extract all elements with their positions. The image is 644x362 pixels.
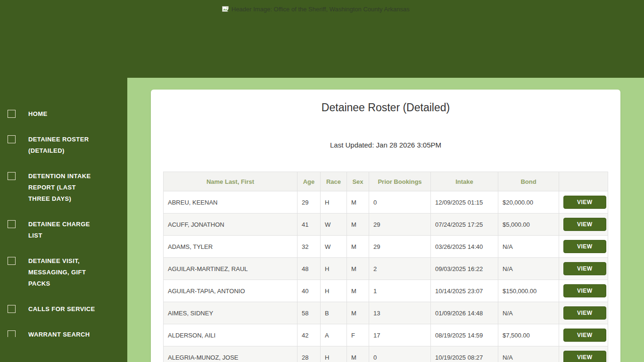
cell-sex: M <box>347 214 369 236</box>
table-row: AGUILAR-MARTINEZ, RAUL 48 H M 2 09/03/20… <box>164 258 608 280</box>
cell-view: VIEW <box>559 280 608 302</box>
table-row: ALEGRIA-MUNOZ, JOSE 28 H M 0 10/19/2025 … <box>164 346 608 362</box>
sidebar-menu-item[interactable]: DETENTION INTAKE REPORT (LAST THREE DAYS… <box>8 171 127 205</box>
sidebar-menu-item[interactable]: WARRANT SEARCH <box>8 329 127 337</box>
cell-age: 42 <box>297 324 321 346</box>
table-row: ADAMS, TYLER 32 W M 29 03/26/2025 14:40 … <box>164 236 608 258</box>
detainee-roster-table: Name Last, FirstAgeRaceSexPrior Bookings… <box>163 172 608 362</box>
view-button[interactable]: VIEW <box>563 329 606 342</box>
sidebar-menu-item[interactable]: DETAINEE VISIT, MESSAGING, GIFT PACKS <box>8 255 127 289</box>
cell-intake: 08/19/2025 14:59 <box>431 324 498 346</box>
cell-intake: 03/26/2025 14:40 <box>431 236 498 258</box>
sidebar-item-label: HOME <box>28 108 48 120</box>
view-button[interactable]: VIEW <box>563 351 606 362</box>
view-button[interactable]: VIEW <box>563 306 606 320</box>
table-row: ALDERSON, AILI 42 A F 17 08/19/2025 14:5… <box>164 324 608 346</box>
sidebar-menu-item[interactable]: DETAINEE ROSTER (DETAILED) <box>8 134 127 156</box>
view-button[interactable]: VIEW <box>563 262 606 275</box>
view-button[interactable]: VIEW <box>563 284 606 297</box>
cell-sex: F <box>347 324 369 346</box>
cell-name: AGUILAR-TAPIA, ANTONIO <box>164 280 297 302</box>
cell-intake: 01/09/2026 14:48 <box>431 302 498 324</box>
cell-sex: M <box>347 191 369 214</box>
view-button[interactable]: VIEW <box>563 240 606 253</box>
cell-name: ADAMS, TYLER <box>164 236 297 258</box>
cell-prior-bookings: 0 <box>369 191 431 214</box>
cell-view: VIEW <box>559 258 608 280</box>
header-row: Name Last, FirstAgeRaceSexPrior Bookings… <box>164 172 608 191</box>
cell-age: 48 <box>297 258 321 280</box>
cell-sex: M <box>347 236 369 258</box>
cell-age: 29 <box>297 191 321 214</box>
cell-bond: $20,000.00 <box>498 191 559 214</box>
cell-sex: M <box>347 346 369 362</box>
sidebar-menu-item[interactable]: HOME <box>8 108 127 120</box>
cell-intake: 12/09/2025 01:15 <box>431 191 498 214</box>
cell-intake: 10/19/2025 08:27 <box>431 346 498 362</box>
last-updated-text: Last Updated: Jan 28 2026 3:05PM <box>151 141 620 149</box>
column-header: Bond <box>498 172 559 191</box>
view-button[interactable]: VIEW <box>563 196 606 209</box>
cell-bond: $5,000.00 <box>498 214 559 236</box>
cell-view: VIEW <box>559 236 608 258</box>
cell-name: ACUFF, JONATHON <box>164 214 297 236</box>
menu-item-broken-image-icon <box>8 305 16 313</box>
roster-table-header: Name Last, FirstAgeRaceSexPrior Bookings… <box>164 172 608 191</box>
cell-age: 28 <box>297 346 321 362</box>
table-row: AIMES, SIDNEY 58 B M 13 01/09/2026 14:48… <box>164 302 608 324</box>
header-image-alt-text: Header Image: Office of the Sheriff, Was… <box>231 6 410 13</box>
cell-race: A <box>321 324 347 346</box>
cell-name: AGUILAR-MARTINEZ, RAUL <box>164 258 297 280</box>
cell-intake: 10/14/2025 23:07 <box>431 280 498 302</box>
cell-view: VIEW <box>559 324 608 346</box>
menu-item-broken-image-icon <box>8 172 16 180</box>
sidebar-item-label: DETAINEE VISIT, MESSAGING, GIFT PACKS <box>28 255 99 289</box>
cell-bond: N/A <box>498 346 559 362</box>
cell-bond: $150,000.00 <box>498 280 559 302</box>
column-header <box>559 172 608 191</box>
cell-name: ALEGRIA-MUNOZ, JOSE <box>164 346 297 362</box>
column-header: Prior Bookings <box>369 172 431 191</box>
menu-item-broken-image-icon <box>8 330 16 337</box>
cell-prior-bookings: 0 <box>369 346 431 362</box>
page-title: Detainee Roster (Detailed) <box>151 101 620 114</box>
cell-race: W <box>321 214 347 236</box>
cell-age: 40 <box>297 280 321 302</box>
cell-name: ALDERSON, AILI <box>164 324 297 346</box>
cell-intake: 07/24/2025 17:25 <box>431 214 498 236</box>
main-card: Detainee Roster (Detailed) Last Updated:… <box>151 90 620 362</box>
cell-name: ABREU, KEENAN <box>164 191 297 214</box>
view-button[interactable]: VIEW <box>563 218 606 231</box>
cell-race: H <box>321 258 347 280</box>
cell-view: VIEW <box>559 346 608 362</box>
cell-bond: N/A <box>498 236 559 258</box>
sidebar-item-label: CALLS FOR SERVICE <box>28 304 95 315</box>
cell-prior-bookings: 29 <box>369 214 431 236</box>
cell-race: W <box>321 236 347 258</box>
sidebar-item-label: DETAINEE ROSTER (DETAILED) <box>28 134 99 156</box>
cell-sex: M <box>347 280 369 302</box>
cell-prior-bookings: 29 <box>369 236 431 258</box>
cell-intake: 09/03/2025 16:22 <box>431 258 498 280</box>
sidebar-menu-item[interactable]: CALLS FOR SERVICE <box>8 304 127 315</box>
header-image-broken: Header Image: Office of the Sheriff, Was… <box>222 6 410 13</box>
table-row: AGUILAR-TAPIA, ANTONIO 40 H M 1 10/14/20… <box>164 280 608 302</box>
column-header: Race <box>321 172 347 191</box>
cell-race: H <box>321 280 347 302</box>
menu-item-broken-image-icon <box>8 110 16 118</box>
table-row: ACUFF, JONATHON 41 W M 29 07/24/2025 17:… <box>164 214 608 236</box>
sidebar-menu-item[interactable]: DETAINEE CHARGE LIST <box>8 219 127 241</box>
cell-race: H <box>321 346 347 362</box>
menu-item-broken-image-icon <box>8 257 16 265</box>
cell-prior-bookings: 17 <box>369 324 431 346</box>
roster-table-body: ABREU, KEENAN 29 H M 0 12/09/2025 01:15 … <box>164 191 608 362</box>
sidebar-menu: HOME DETAINEE ROSTER (DETAILED) DETENTIO… <box>0 108 127 337</box>
column-header: Intake <box>431 172 498 191</box>
column-header: Name Last, First <box>164 172 297 191</box>
cell-age: 32 <box>297 236 321 258</box>
menu-item-broken-image-icon <box>8 220 16 228</box>
sidebar-item-label: DETENTION INTAKE REPORT (LAST THREE DAYS… <box>28 171 99 205</box>
cell-view: VIEW <box>559 191 608 214</box>
column-header: Age <box>297 172 321 191</box>
cell-sex: M <box>347 302 369 324</box>
